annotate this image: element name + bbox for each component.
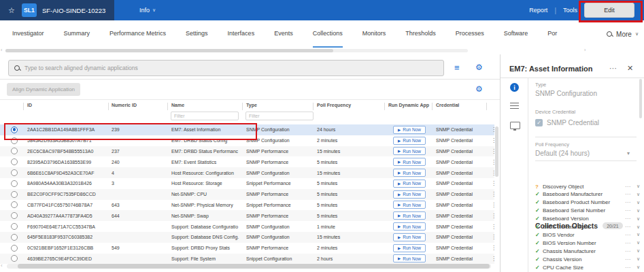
favorite-star-icon[interactable]: ☆ <box>8 6 15 15</box>
run-now-button[interactable]: ▶Run Now <box>393 233 426 241</box>
row-kebab-menu-icon[interactable]: ⋮ <box>490 254 498 265</box>
table-row[interactable]: 6B6E61C8AF9D452A3CE70AF4Host Resource: C… <box>0 167 494 178</box>
list-tab-icon[interactable] <box>510 103 519 109</box>
info-tab-icon[interactable]: i <box>510 83 519 92</box>
collection-object-item[interactable]: ✓Baseboard Version⋯∨ <box>535 215 640 223</box>
gear-icon[interactable]: ⚙ <box>475 63 483 72</box>
row-radio[interactable] <box>11 124 23 135</box>
collection-object-item[interactable]: ✓Baseboard Product Number⋯∨ <box>535 199 640 207</box>
chevron-down-icon[interactable]: ∨ <box>637 216 640 222</box>
chevron-down-icon[interactable]: ∨ <box>637 248 640 254</box>
align-dynamic-application-button[interactable]: Align Dynamic Application <box>7 83 80 96</box>
chevron-down-icon[interactable]: ∨ <box>637 192 640 197</box>
tab-software[interactable]: Software <box>504 20 528 48</box>
row-kebab-menu-icon[interactable]: ⋮ <box>490 178 498 189</box>
name-filter-input[interactable] <box>171 112 239 120</box>
radio-unselected[interactable] <box>11 212 18 219</box>
row-kebab-menu-icon[interactable]: ⋮ <box>490 243 498 254</box>
radio-unselected[interactable] <box>11 169 18 176</box>
close-icon[interactable]: ✕ <box>627 64 633 73</box>
row-kebab-menu-icon[interactable]: ⋮ <box>490 232 498 243</box>
table-row[interactable]: 82395AD3796DA1638553E99240EM7: Event Sta… <box>0 156 494 167</box>
list-view-toggle-icon[interactable]: ≡ <box>454 63 460 73</box>
column-header-name[interactable]: Name <box>171 103 184 107</box>
tab-processes[interactable]: Processes <box>456 20 484 48</box>
tab-scroll-left-arrow[interactable]: ‹ <box>1 48 2 52</box>
run-now-button[interactable]: ▶Run Now <box>393 180 426 188</box>
tab-por[interactable]: Por <box>547 20 557 48</box>
tab-monitors[interactable]: Monitors <box>362 20 386 48</box>
column-header-numeric-id[interactable]: Numeric ID <box>112 103 137 107</box>
row-radio[interactable] <box>11 243 23 254</box>
run-now-button[interactable]: ▶Run Now <box>393 190 426 199</box>
tab-scrollbar-thumb[interactable] <box>5 49 333 52</box>
table-row[interactable]: 0C921BEBF1652F1E3126CBB549Support: DRBD … <box>0 243 494 254</box>
chevron-down-icon[interactable]: ∨ <box>637 224 640 230</box>
row-radio[interactable] <box>11 254 23 265</box>
table-row[interactable]: CB77FD41FC65750746B78A7643Net-SNMP: Phys… <box>0 200 494 211</box>
row-radio[interactable] <box>11 156 23 167</box>
chevron-down-icon[interactable]: ∨ <box>637 232 640 237</box>
radio-unselected[interactable] <box>11 180 18 187</box>
row-radio[interactable] <box>11 135 23 146</box>
run-now-button[interactable]: ▶Run Now <box>393 169 426 177</box>
table-row[interactable]: AD40A39277A4A77873FA4D5644Net-SNMP: Swap… <box>0 210 494 221</box>
item-options-icon[interactable]: ⋯ <box>625 224 630 230</box>
collection-object-item[interactable]: ✓Chassis Manufacturer⋯∨ <box>535 247 640 255</box>
row-radio[interactable] <box>11 200 23 211</box>
item-options-icon[interactable]: ⋯ <box>625 265 630 271</box>
tab-interfaces[interactable]: Interfaces <box>228 20 255 48</box>
collection-object-item[interactable]: ✓Baseboard Manufacturer⋯∨ <box>535 190 640 199</box>
table-scroll-left-arrow[interactable]: ‹ <box>1 262 3 269</box>
column-header-credential[interactable]: Credential <box>436 103 459 107</box>
tab-performance-metrics[interactable]: Performance Metrics <box>109 20 166 48</box>
row-radio[interactable] <box>11 189 23 200</box>
table-row[interactable]: 4639BE2765C9E4FDC39DEDSupport: File Syst… <box>0 254 494 265</box>
item-options-icon[interactable]: ⋯ <box>625 256 630 262</box>
radio-selected[interactable] <box>11 126 18 133</box>
run-now-button[interactable]: ▶Run Now <box>393 137 426 145</box>
radio-unselected[interactable] <box>11 255 18 262</box>
column-header-run-dynamic-app[interactable]: Run Dynamic App <box>388 103 429 107</box>
run-now-button[interactable]: ▶Run Now <box>393 254 426 262</box>
row-radio[interactable] <box>11 232 23 243</box>
collection-object-item[interactable]: ✓CPU Cache Size⋯∨ <box>535 263 640 271</box>
edit-button[interactable]: Edit <box>584 3 634 18</box>
collection-object-item[interactable]: ✓BIOS Version Number⋯∨ <box>535 239 640 247</box>
item-options-icon[interactable]: ⋯ <box>625 232 630 238</box>
collection-object-item[interactable]: ✓BIOS Release Date⋯∨ <box>535 223 640 231</box>
monitor-tab-icon[interactable] <box>510 122 520 129</box>
tab-settings[interactable]: Settings <box>186 20 208 48</box>
row-radio[interactable] <box>11 178 23 189</box>
report-button[interactable]: Report <box>529 7 547 14</box>
row-kebab-menu-icon[interactable]: ⋮ <box>490 221 498 232</box>
run-now-button[interactable]: ▶Run Now <box>393 222 426 231</box>
table-row[interactable]: 2EC6C8AC97BF548B55513A0237EM7: DRBD Stat… <box>0 146 494 157</box>
table-row[interactable]: F690704E64E71A7CC55347BASupport: Databas… <box>0 221 494 232</box>
column-header-id[interactable]: ID <box>27 103 32 107</box>
tab-investigator[interactable]: Investigator <box>12 20 44 48</box>
chevron-down-icon[interactable]: ∨ <box>637 240 640 245</box>
item-options-icon[interactable]: ⋯ <box>625 184 630 190</box>
poll-frequency-select[interactable]: Default (24 hours) <box>535 150 637 157</box>
radio-unselected[interactable] <box>11 245 18 252</box>
type-filter-input[interactable] <box>245 112 313 120</box>
chevron-down-icon[interactable]: ∨ <box>637 200 640 205</box>
table-vertical-scrollbar-thumb[interactable] <box>495 126 498 177</box>
row-radio[interactable] <box>11 221 23 232</box>
table-row[interactable]: 8A980A54AA30B3A3201B4263Host Resource: S… <box>0 178 494 189</box>
tools-button[interactable]: Tools <box>563 7 577 14</box>
row-radio[interactable] <box>11 146 23 157</box>
run-now-button[interactable]: ▶Run Now <box>393 211 426 220</box>
tab-events[interactable]: Events <box>274 20 293 48</box>
table-row[interactable]: 5845A2D933A55B8507A7B71EM7: DRBD Status … <box>0 135 494 146</box>
table-row[interactable]: 2AA1C2BB1DA149A8B1FFF3A239EM7: Asset Inf… <box>0 124 494 135</box>
chevron-down-icon[interactable]: ∨ <box>637 256 640 262</box>
tab-summary[interactable]: Summary <box>64 20 90 48</box>
row-kebab-menu-icon[interactable]: ⋮ <box>490 200 498 211</box>
collection-object-item[interactable]: ✓Chassis Version⋯∨ <box>535 255 640 263</box>
item-options-icon[interactable]: ⋯ <box>625 199 630 205</box>
item-options-icon[interactable]: ⋯ <box>625 240 630 246</box>
info-dropdown[interactable]: Info∨ <box>139 0 156 20</box>
panel-scrollbar-thumb[interactable] <box>639 79 642 118</box>
